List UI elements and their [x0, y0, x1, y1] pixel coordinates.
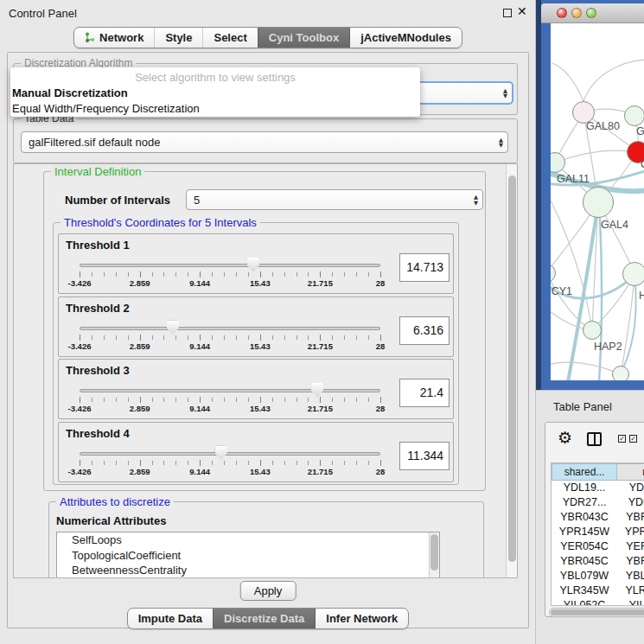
table-cell[interactable]: YDL19...	[552, 481, 617, 495]
tab-select[interactable]: Select	[202, 28, 257, 48]
tab-impute-data[interactable]: Impute Data	[128, 609, 213, 628]
table-cell[interactable]: YBL079W	[617, 569, 644, 583]
threshold-label: Threshold 2	[66, 302, 130, 315]
table-row[interactable]: YLR345WYLR345W	[552, 583, 644, 598]
tab-network[interactable]: Network	[74, 28, 154, 48]
column-header-shared-name[interactable]: shared...	[552, 463, 617, 481]
tick-label: 15.43	[250, 467, 271, 476]
table-cell[interactable]: YIL052C	[617, 598, 644, 606]
tab-infer-network[interactable]: Infer Network	[315, 609, 408, 628]
table-cell[interactable]: YBR043C	[617, 510, 644, 525]
attribute-item-selfloops[interactable]: SelfLoops	[57, 532, 439, 548]
table-cell[interactable]: YBL079W	[552, 569, 617, 583]
tick-label: 21.715	[308, 404, 333, 413]
threshold-value-field[interactable]: 6.316	[399, 316, 450, 345]
stepper-icon[interactable]: ▲▼	[474, 194, 478, 206]
table-cell[interactable]: YDR27...	[552, 495, 617, 510]
table-row[interactable]: YPR145WYPR145W	[552, 525, 644, 539]
apply-button[interactable]: Apply	[240, 581, 296, 601]
attributes-list[interactable]: SelfLoopsTopologicalCoefficientBetweenne…	[56, 532, 440, 578]
table-row[interactable]: YER054CYER054C	[552, 539, 644, 554]
major-tick	[380, 271, 381, 277]
threshold-slider[interactable]: -3.4262.8599.14415.4321.71528	[80, 264, 380, 290]
tab-discretize-data[interactable]: Discretize Data	[213, 609, 315, 628]
table-row[interactable]: YBR045CYBR045C	[552, 554, 644, 569]
network-node-hap2[interactable]	[583, 321, 602, 340]
table-panel-title: Table Panel	[553, 400, 612, 413]
panel-scrollbar[interactable]	[506, 164, 517, 577]
table-row[interactable]: YIL052CYIL052C	[552, 598, 644, 606]
column-header-name[interactable]: n...	[617, 463, 644, 481]
table-hscrollbar[interactable]	[549, 608, 644, 617]
node-table[interactable]: shared... n... YDL19...YDL19...YDR27...Y…	[551, 462, 644, 606]
threshold-slider[interactable]: -3.4262.8599.14415.4321.71528	[80, 327, 380, 353]
network-node-h[interactable]	[622, 262, 644, 286]
threshold-value-field[interactable]: 11.344	[399, 442, 450, 470]
float-window-icon[interactable]	[503, 9, 512, 17]
tab-jactivemnodules[interactable]: jActiveMNodules	[349, 28, 462, 48]
table-cell[interactable]: YBR045C	[552, 554, 617, 569]
network-window-titlebar[interactable]	[541, 3, 644, 23]
list-scrollbar[interactable]	[429, 532, 439, 577]
table-cell[interactable]: YLR345W	[552, 583, 617, 598]
threshold-value-field[interactable]: 21.4	[399, 379, 450, 407]
slider-track[interactable]	[80, 327, 380, 330]
tick-label: 2.859	[130, 467, 150, 476]
threshold-slider[interactable]: -3.4262.8599.14415.4321.71528	[80, 389, 380, 415]
slider-track[interactable]	[80, 264, 380, 267]
columns-icon[interactable]	[587, 432, 602, 446]
dropdown-option-manual-discretization[interactable]: Manual Discretization	[10, 86, 420, 101]
attribute-item-betweennesscentrality[interactable]: BetweennessCentrality	[57, 563, 439, 578]
scrollbar-thumb[interactable]	[430, 534, 438, 571]
table-data-combo[interactable]: galFiltered.sif default node ▲▼	[21, 131, 508, 153]
minimize-traffic-light[interactable]	[571, 8, 582, 18]
threshold-value-field[interactable]: 14.713	[399, 253, 450, 282]
stepper-icon[interactable]: ▲▼	[499, 137, 503, 148]
table-cell[interactable]: YBR043C	[552, 510, 617, 525]
network-node-g[interactable]	[624, 105, 644, 126]
checkbox-icon[interactable]: ✓	[618, 435, 626, 443]
table-cell[interactable]: YER054C	[552, 539, 617, 554]
slider-thumb[interactable]	[167, 321, 179, 335]
slider-thumb[interactable]	[311, 383, 323, 398]
table-cell[interactable]: YLR345W	[617, 583, 644, 598]
threshold-slider[interactable]: -3.4262.8599.14415.4321.71528	[80, 452, 380, 478]
table-row[interactable]: YDL19...YDL19...	[552, 481, 644, 495]
table-cell[interactable]: YDR27...	[617, 495, 644, 510]
num-intervals-combo[interactable]: 5 ▲▼	[186, 189, 483, 210]
tick-strip	[80, 272, 380, 277]
attribute-item-topologicalcoefficient[interactable]: TopologicalCoefficient	[57, 548, 439, 564]
slider-thumb[interactable]	[215, 446, 227, 461]
table-row[interactable]: YBR043CYBR043C	[552, 510, 644, 525]
zoom-traffic-light[interactable]	[586, 8, 596, 18]
slider-thumb[interactable]	[247, 258, 259, 272]
table-panel-box: ⚙ ✓ ✓ shared... n... YDL19...YDL19...YDR…	[545, 422, 644, 617]
stepper-icon[interactable]: ▲▼	[503, 87, 507, 99]
close-traffic-light[interactable]	[557, 8, 567, 18]
dropdown-placeholder-option[interactable]: Select algorithm to view settings	[10, 69, 420, 86]
tab-cyni-toolbox[interactable]: Cyni Toolbox	[258, 28, 349, 48]
network-canvas[interactable]: GAL80GCGAL11GAL4GCY1HHAP2	[551, 23, 644, 380]
table-cell[interactable]: YIL052C	[552, 598, 617, 606]
tab-style[interactable]: Style	[154, 28, 202, 48]
table-cell[interactable]: YPR145W	[617, 525, 644, 539]
scrollbar-thumb[interactable]	[508, 175, 516, 562]
table-row[interactable]: YBL079WYBL079W	[552, 569, 644, 583]
checkbox-icon[interactable]: ✓	[629, 435, 637, 443]
slider-track[interactable]	[80, 389, 380, 392]
table-cell[interactable]: YDL19...	[617, 481, 644, 495]
close-icon[interactable]: ✕	[517, 4, 527, 18]
dropdown-option-equal-width-frequency-discretization[interactable]: Equal Width/Frequency Discretization	[10, 101, 420, 117]
tick-label: 9.144	[189, 341, 210, 351]
major-tick	[200, 397, 201, 403]
network-node-gal4[interactable]	[583, 187, 614, 218]
tab-bar: Impute DataDiscretize DataInfer Network	[127, 608, 410, 629]
table-cell[interactable]: YER054C	[617, 539, 644, 554]
table-cell[interactable]: YBR045C	[617, 554, 644, 569]
table-row[interactable]: YDR27...YDR27...	[552, 495, 644, 510]
network-node[interactable]	[612, 366, 629, 380]
table-cell[interactable]: YPR145W	[552, 525, 617, 539]
gear-icon[interactable]: ⚙	[558, 428, 572, 447]
scrollbar-thumb[interactable]	[551, 609, 644, 615]
slider-track[interactable]	[80, 452, 380, 456]
